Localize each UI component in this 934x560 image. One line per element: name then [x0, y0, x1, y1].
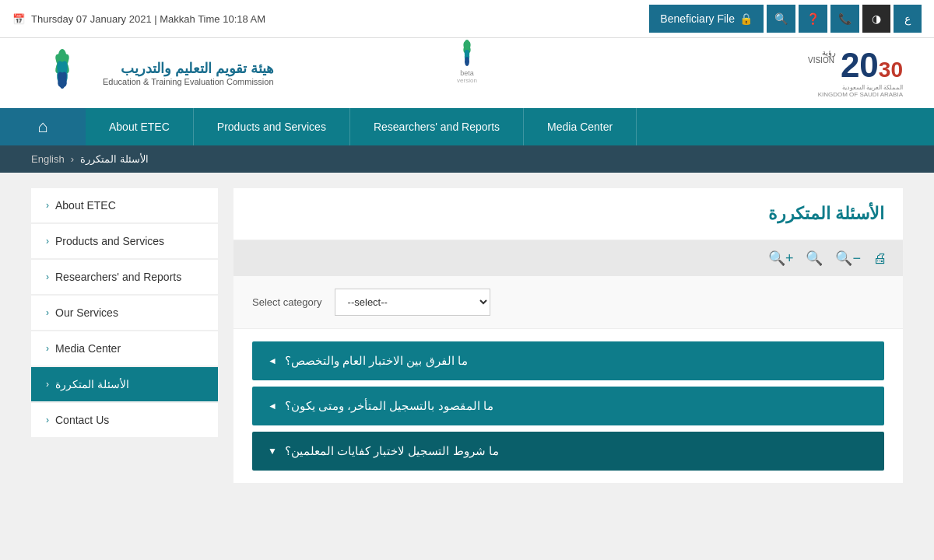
navbar: ⌂ About ETEC Products and Services Resea… — [0, 108, 934, 145]
nav-about-etec[interactable]: About ETEC — [86, 108, 194, 145]
faq-arrow-0: ◄ — [268, 355, 277, 366]
nav-home-button[interactable]: ⌂ — [0, 108, 86, 145]
contrast-button[interactable]: ◑ — [862, 5, 890, 33]
logo-text: هيئة تقويم التعليم والتدريب Education & … — [103, 60, 274, 86]
content-toolbar: 🔍+ 🔍 🔍− 🖨 — [234, 240, 903, 276]
vision-sub-english: KINGDOM OF SAUDI ARABIA — [818, 91, 903, 98]
beta-label: beta — [460, 69, 474, 77]
nav-products-services[interactable]: Products and Services — [194, 108, 350, 145]
contrast-icon: ◑ — [872, 12, 881, 25]
lock-icon: 🔒 — [739, 12, 753, 25]
vision-2030: رؤية VISION 20 30 المملكة العربية السعود… — [808, 48, 903, 98]
breadcrumb-english[interactable]: English — [31, 153, 65, 165]
category-select[interactable]: --select-- General Exams Registration — [335, 289, 490, 316]
svg-point-7 — [59, 76, 65, 89]
vision-word: VISION — [808, 57, 834, 65]
language-button[interactable]: ع — [894, 5, 922, 33]
sidebar-item-media-center[interactable]: › Media Center — [31, 331, 218, 366]
faq-item-2[interactable]: ما شروط التسجيل لاختبار كفايات المعلمين؟… — [252, 432, 884, 471]
header-logo: هيئة تقويم التعليم والتدريب Education & … — [31, 46, 274, 100]
help-icon: ❓ — [806, 12, 820, 25]
logo-svg — [33, 48, 92, 99]
beta-flower-icon — [451, 38, 483, 69]
header: هيئة تقويم التعليم والتدريب Education & … — [0, 38, 934, 108]
filter-row: Select category --select-- General Exams… — [234, 276, 903, 329]
vision-20: 20 — [841, 48, 879, 82]
zoom-reset-button[interactable]: 🔍 — [802, 247, 826, 270]
svg-point-13 — [465, 57, 469, 66]
faq-question-1: ما المقصود بالتسجيل المتأخر، ومتى يكون؟ — [285, 399, 493, 413]
faq-item-0[interactable]: ما الفرق بين الاختبار العام والتخصص؟ ◄ — [252, 341, 884, 380]
print-button[interactable]: 🖨 — [870, 247, 890, 270]
chevron-icon: › — [46, 200, 49, 211]
page-title: الأسئلة المتكررة — [252, 204, 884, 224]
sidebar-item-our-services[interactable]: › Our Services — [31, 296, 218, 330]
chevron-icon: › — [46, 415, 49, 425]
vision-30: 30 — [879, 59, 903, 81]
beneficiary-label: Beneficiary File — [660, 12, 735, 25]
main-content: › About ETEC › Products and Services › R… — [0, 173, 934, 499]
logo-english: Education & Training Evaluation Commissi… — [103, 77, 274, 86]
breadcrumb-current: الأسئلة المتكررة — [80, 153, 149, 165]
top-bar-left: 📅 Thursday 07 January 2021 | Makkah Time… — [12, 13, 265, 25]
header-wrapper: هيئة تقويم التعليم والتدريب Education & … — [0, 38, 934, 108]
beneficiary-file-button[interactable]: Beneficiary File 🔒 — [649, 5, 764, 33]
chevron-icon: › — [46, 236, 49, 247]
search-icon: 🔍 — [774, 12, 788, 25]
chevron-icon: › — [46, 379, 49, 390]
top-bar: 📅 Thursday 07 January 2021 | Makkah Time… — [0, 0, 934, 38]
home-icon: ⌂ — [37, 117, 47, 137]
help-button[interactable]: ❓ — [799, 5, 827, 33]
nav-media-center[interactable]: Media Center — [524, 108, 637, 145]
nav-researchers-reports[interactable]: Researchers' and Reports — [350, 108, 524, 145]
sidebar-item-products-services[interactable]: › Products and Services — [31, 224, 218, 258]
content-area: الأسئلة المتكررة 🔍+ 🔍 🔍− 🖨 Select catego… — [234, 188, 903, 483]
chevron-icon: › — [46, 307, 49, 318]
logo-emblem — [31, 46, 93, 100]
vision-sub-arabic: المملكة العربية السعودية — [842, 84, 903, 91]
filter-label: Select category — [252, 296, 322, 308]
content-header: الأسئلة المتكررة — [234, 188, 903, 240]
beta-logo-wrap: beta version — [451, 38, 483, 84]
faq-question-0: ما الفرق بين الاختبار العام والتخصص؟ — [285, 354, 468, 368]
faq-list: ما الفرق بين الاختبار العام والتخصص؟ ◄ م… — [234, 329, 903, 483]
zoom-out-icon: 🔍− — [835, 250, 861, 266]
top-bar-right: Beneficiary File 🔒 🔍 ❓ 📞 ◑ ع — [649, 5, 922, 33]
faq-arrow-2: ▼ — [268, 446, 277, 457]
sidebar-item-about-etec[interactable]: › About ETEC — [31, 188, 218, 222]
datetime-label: Thursday 07 January 2021 | Makkah Time 1… — [31, 13, 265, 25]
breadcrumb-separator: › — [71, 153, 74, 165]
chevron-icon: › — [46, 343, 49, 354]
sidebar-item-researchers-reports[interactable]: › Researchers' and Reports — [31, 260, 218, 294]
zoom-reset-icon: 🔍 — [806, 250, 823, 266]
faq-arrow-1: ◄ — [268, 401, 277, 411]
sidebar-item-faq[interactable]: › الأسئلة المتكررة — [31, 367, 218, 401]
print-icon: 🖨 — [873, 250, 887, 266]
faq-question-2: ما شروط التسجيل لاختبار كفايات المعلمين؟ — [285, 444, 499, 458]
chevron-icon: › — [46, 271, 49, 282]
zoom-in-icon: 🔍+ — [768, 250, 794, 266]
zoom-out-button[interactable]: 🔍− — [832, 247, 864, 270]
faq-item-1[interactable]: ما المقصود بالتسجيل المتأخر، ومتى يكون؟ … — [252, 387, 884, 425]
version-label: version — [457, 77, 477, 84]
breadcrumb: English › الأسئلة المتكررة — [0, 145, 934, 173]
phone-icon: 📞 — [838, 12, 851, 25]
calendar-icon: 📅 — [12, 13, 25, 25]
sidebar: › About ETEC › Products and Services › R… — [31, 188, 218, 483]
sidebar-item-contact-us[interactable]: › Contact Us — [31, 403, 218, 437]
zoom-in-button[interactable]: 🔍+ — [765, 247, 797, 270]
logo-arabic: هيئة تقويم التعليم والتدريب — [103, 60, 274, 77]
arabic-lang-icon: ع — [904, 12, 911, 25]
search-button[interactable]: 🔍 — [767, 5, 795, 33]
phone-button[interactable]: 📞 — [830, 5, 859, 33]
